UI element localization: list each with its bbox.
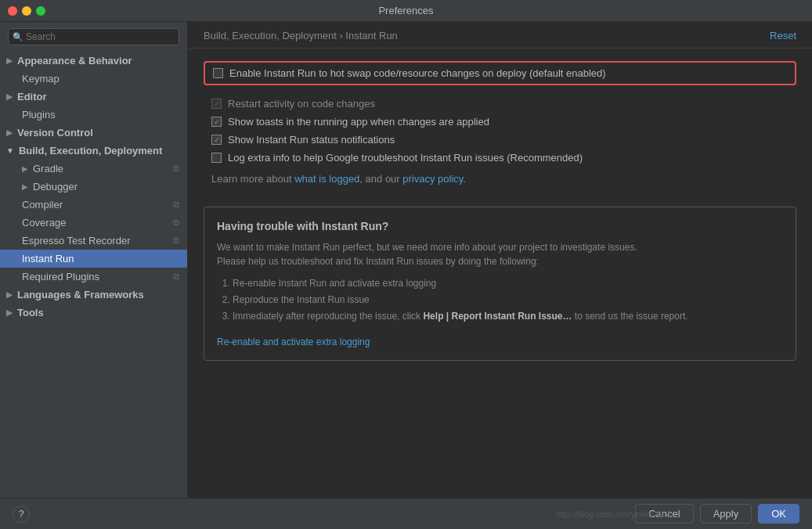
log-extra-label: Log extra info to help Google troublesho… — [228, 152, 583, 164]
option-row-status-notifications: Show Instant Run status notifications — [204, 131, 796, 149]
trouble-step-1: Re-enable Instant Run and activate extra… — [233, 276, 783, 291]
content-area: Build, Execution, Deployment › Instant R… — [188, 22, 812, 498]
sidebar-label: Coverage — [22, 217, 66, 229]
sidebar-label: Espresso Test Recorder — [22, 235, 131, 247]
main-container: 🔍 ▶ Appearance & Behavior Keymap ▶ Edito… — [0, 22, 812, 498]
sidebar-label: Keymap — [22, 73, 60, 85]
sidebar-item-tools[interactable]: ▶ Tools — [0, 304, 187, 322]
trouble-step-3: Immediately after reproducing the issue,… — [233, 309, 783, 324]
chevron-right-icon: ▶ — [22, 164, 28, 173]
search-wrapper: 🔍 — [8, 28, 179, 45]
sidebar-item-coverage[interactable]: Coverage ⧉ — [0, 214, 187, 232]
sidebar-item-espresso[interactable]: Espresso Test Recorder ⧉ — [0, 232, 187, 250]
external-icon: ⧉ — [173, 236, 179, 246]
option-row-log-extra: Log extra info to help Google troublesho… — [204, 149, 796, 167]
chevron-right-icon: ▶ — [6, 290, 13, 299]
sidebar-item-build-execution-deployment[interactable]: ▼ Build, Execution, Deployment — [0, 142, 187, 160]
status-notifications-checkbox[interactable] — [211, 135, 222, 145]
window-title: Preferences — [378, 5, 433, 16]
sidebar-label: Editor — [17, 91, 47, 103]
chevron-right-icon: ▶ — [6, 92, 13, 101]
restart-activity-label: Restart activity on code changes — [228, 98, 375, 110]
option-row-restart: Restart activity on code changes — [204, 95, 796, 113]
trouble-desc1: We want to make Instant Run perfect, but… — [217, 240, 783, 268]
trouble-box: Having trouble with Instant Run? We want… — [204, 207, 796, 361]
sidebar-item-compiler[interactable]: Compiler ⧉ — [0, 196, 187, 214]
enable-instant-run-row: Enable Instant Run to hot swap code/reso… — [204, 61, 796, 85]
chevron-right-icon: ▶ — [22, 182, 28, 191]
chevron-right-icon: ▶ — [6, 56, 13, 65]
sidebar-item-editor[interactable]: ▶ Editor — [0, 88, 187, 106]
help-button[interactable]: ? — [13, 506, 30, 523]
external-icon: ⧉ — [173, 164, 179, 174]
sidebar-item-required-plugins[interactable]: Required Plugins ⧉ — [0, 268, 187, 286]
sidebar-label: Version Control — [17, 127, 93, 139]
enable-instant-run-checkbox[interactable] — [213, 68, 223, 78]
maximize-button[interactable] — [36, 6, 45, 16]
chevron-right-icon: ▶ — [6, 128, 13, 137]
chevron-down-icon: ▼ — [6, 146, 14, 155]
show-toasts-label: Show toasts in the running app when chan… — [228, 116, 489, 128]
trouble-steps: Re-enable Instant Run and activate extra… — [217, 276, 783, 325]
external-icon: ⧉ — [173, 272, 179, 282]
help-icon: ? — [18, 508, 23, 520]
sidebar-label: Tools — [17, 307, 44, 318]
sidebar-label: Gradle — [33, 163, 63, 175]
log-extra-checkbox[interactable] — [211, 153, 222, 163]
sidebar-label: Appearance & Behavior — [17, 55, 132, 67]
sidebar-label: Required Plugins — [22, 271, 99, 282]
trouble-step-2: Reproduce the Instant Run issue — [233, 293, 783, 308]
breadcrumb: Build, Execution, Deployment › Instant R… — [204, 30, 398, 41]
apply-button[interactable]: Apply — [700, 504, 752, 524]
what-is-logged-link[interactable]: what is logged — [294, 173, 359, 185]
sidebar-item-version-control[interactable]: ▶ Version Control — [0, 124, 187, 142]
sidebar-label: Debugger — [33, 181, 78, 193]
sidebar-item-plugins[interactable]: Plugins — [0, 106, 187, 124]
search-input[interactable] — [8, 28, 179, 45]
search-icon: 🔍 — [13, 32, 23, 42]
option-row-toasts: Show toasts in the running app when chan… — [204, 113, 796, 131]
sidebar-item-debugger[interactable]: ▶ Debugger — [0, 178, 187, 196]
sidebar-item-instant-run[interactable]: Instant Run — [0, 250, 187, 268]
trouble-title: Having trouble with Instant Run? — [217, 220, 783, 232]
sidebar-item-gradle[interactable]: ▶ Gradle ⧉ — [0, 160, 187, 178]
external-icon: ⧉ — [173, 200, 179, 210]
sidebar-label: Build, Execution, Deployment — [19, 145, 162, 157]
chevron-right-icon: ▶ — [6, 308, 13, 317]
privacy-policy-link[interactable]: privacy policy. — [402, 173, 466, 185]
window-controls — [8, 6, 45, 16]
show-toasts-checkbox[interactable] — [211, 117, 222, 127]
sidebar: 🔍 ▶ Appearance & Behavior Keymap ▶ Edito… — [0, 22, 188, 498]
titlebar: Preferences — [0, 0, 812, 22]
reset-button[interactable]: Reset — [770, 30, 796, 41]
minimize-button[interactable] — [22, 6, 31, 16]
external-icon: ⧉ — [173, 218, 179, 228]
content-body: Enable Instant Run to hot swap code/reso… — [188, 49, 812, 498]
sidebar-label: Languages & Frameworks — [17, 289, 144, 300]
trouble-desc2-text: Please help us troubleshoot and fix Inst… — [217, 256, 539, 267]
ok-button[interactable]: OK — [758, 504, 799, 524]
restart-activity-checkbox[interactable] — [211, 99, 222, 109]
search-container: 🔍 — [0, 22, 187, 52]
learn-more-section: Learn more about what is logged, and our… — [204, 167, 796, 191]
sidebar-item-keymap[interactable]: Keymap — [0, 70, 187, 88]
learn-more-middle: , and our — [359, 173, 402, 185]
content-header: Build, Execution, Deployment › Instant R… — [188, 22, 812, 49]
sidebar-item-languages-frameworks[interactable]: ▶ Languages & Frameworks — [0, 286, 187, 304]
learn-more-text: Learn more about — [211, 173, 294, 185]
footer: ? http://blog.csdn.net/yeikerXiao Cancel… — [0, 498, 812, 529]
sidebar-label: Instant Run — [22, 253, 74, 264]
status-notifications-label: Show Instant Run status notifications — [228, 134, 395, 146]
close-button[interactable] — [8, 6, 17, 16]
watermark: http://blog.csdn.net/yeikerXiao — [556, 509, 671, 519]
enable-instant-run-label: Enable Instant Run to hot swap code/reso… — [229, 67, 606, 79]
sidebar-item-appearance-behavior[interactable]: ▶ Appearance & Behavior — [0, 52, 187, 70]
sidebar-label: Plugins — [22, 109, 56, 121]
sidebar-label: Compiler — [22, 199, 63, 211]
trouble-desc1-text: We want to make Instant Run perfect, but… — [217, 242, 637, 253]
reenable-logging-link[interactable]: Re-enable and activate extra logging — [217, 336, 370, 347]
